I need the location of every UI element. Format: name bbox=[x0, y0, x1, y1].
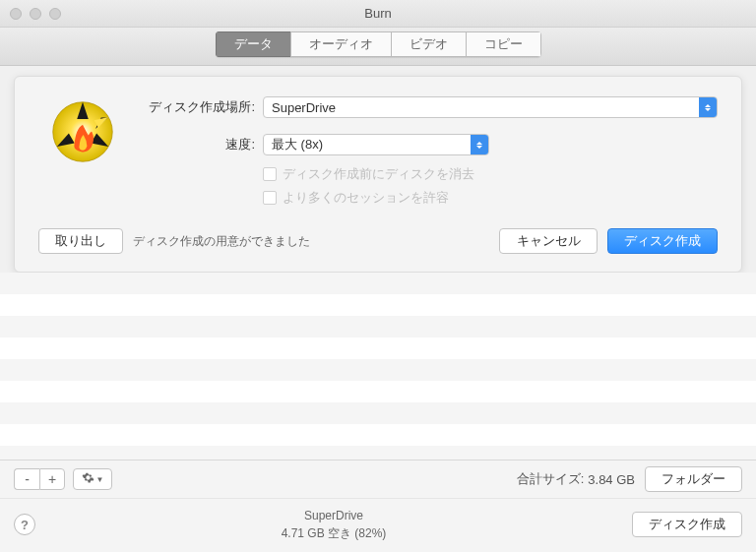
gear-menu-button[interactable]: ▼ bbox=[73, 468, 112, 490]
burn-icon bbox=[47, 96, 118, 207]
folder-button[interactable]: フォルダー bbox=[645, 466, 742, 492]
erase-checkbox-label: ディスク作成前にディスクを消去 bbox=[283, 165, 474, 183]
session-checkbox-label: より多くのセッションを許容 bbox=[283, 189, 449, 207]
add-button[interactable]: + bbox=[39, 468, 65, 490]
burn-button-footer[interactable]: ディスク作成 bbox=[632, 512, 742, 537]
location-select[interactable]: SuperDrive bbox=[263, 96, 718, 118]
total-size-label: 合計サイズ: bbox=[517, 470, 585, 488]
speed-value: 最大 (8x) bbox=[264, 136, 471, 153]
drive-info: SuperDrive 4.71 GB 空き (82%) bbox=[35, 507, 632, 542]
erase-checkbox bbox=[263, 167, 277, 181]
ready-status: ディスク作成の用意ができました bbox=[133, 233, 310, 250]
tab-bar: データ オーディオ ビデオ コピー bbox=[0, 28, 756, 66]
total-size-value: 3.84 GB bbox=[588, 472, 635, 487]
speed-label: 速度: bbox=[127, 136, 255, 153]
erase-checkbox-row: ディスク作成前にディスクを消去 bbox=[263, 165, 718, 183]
gear-icon bbox=[82, 471, 94, 487]
tab-data[interactable]: データ bbox=[216, 31, 290, 57]
tab-audio[interactable]: オーディオ bbox=[290, 31, 391, 57]
drive-free: 4.71 GB 空き (82%) bbox=[35, 524, 632, 542]
help-button[interactable]: ? bbox=[14, 514, 35, 535]
tab-copy[interactable]: コピー bbox=[466, 31, 541, 57]
status-bar: ? SuperDrive 4.71 GB 空き (82%) ディスク作成 bbox=[0, 498, 756, 552]
eject-button[interactable]: 取り出し bbox=[38, 228, 123, 254]
titlebar: Burn bbox=[0, 0, 756, 28]
tab-video[interactable]: ビデオ bbox=[391, 31, 466, 57]
file-list-area bbox=[0, 273, 756, 460]
select-stepper-icon bbox=[471, 135, 488, 154]
segmented-control: データ オーディオ ビデオ コピー bbox=[216, 31, 541, 57]
window-title: Burn bbox=[364, 6, 391, 21]
cancel-button[interactable]: キャンセル bbox=[499, 228, 598, 254]
zoom-icon[interactable] bbox=[49, 8, 61, 20]
session-checkbox bbox=[263, 191, 277, 205]
chevron-down-icon: ▼ bbox=[96, 475, 104, 484]
burn-sheet: ディスク作成場所: SuperDrive 速度: 最大 (8x) bbox=[14, 76, 742, 273]
bottom-toolbar: - + ▼ 合計サイズ: 3.84 GB フォルダー bbox=[0, 460, 756, 498]
select-stepper-icon bbox=[699, 97, 717, 117]
location-label: ディスク作成場所: bbox=[127, 98, 255, 116]
close-icon[interactable] bbox=[10, 8, 22, 20]
session-checkbox-row: より多くのセッションを許容 bbox=[263, 189, 718, 207]
remove-button[interactable]: - bbox=[14, 468, 39, 490]
burn-button[interactable]: ディスク作成 bbox=[607, 228, 718, 254]
drive-name: SuperDrive bbox=[35, 507, 632, 524]
traffic-lights bbox=[10, 8, 61, 20]
minimize-icon[interactable] bbox=[30, 8, 41, 20]
location-value: SuperDrive bbox=[264, 100, 699, 115]
speed-select[interactable]: 最大 (8x) bbox=[263, 134, 489, 155]
